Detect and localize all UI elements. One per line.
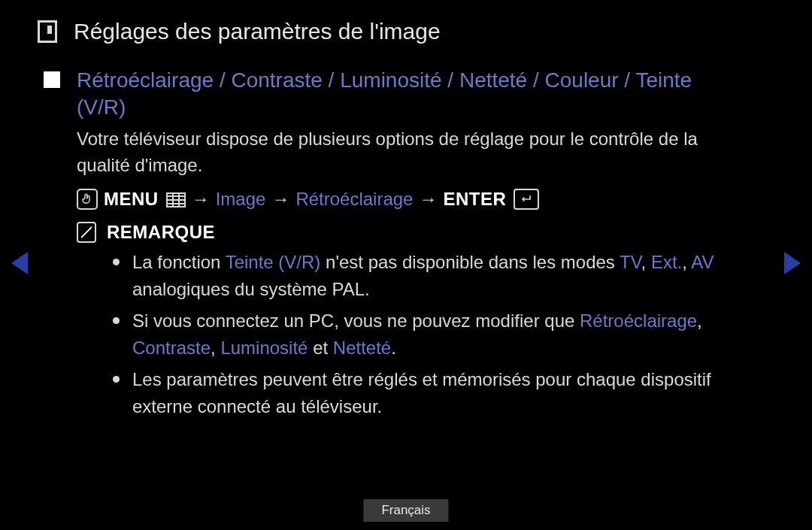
enter-label: ENTER — [443, 189, 506, 210]
manual-page: Réglages des paramètres de l'image Rétro… — [0, 0, 812, 530]
remark-row: REMARQUE — [77, 222, 774, 243]
arrow-sep-icon: → — [271, 189, 289, 210]
remote-hand-icon — [77, 189, 98, 210]
note-highlight: Ext. — [651, 252, 682, 272]
notes-list: La fonction Teinte (V/R) n'est pas dispo… — [110, 249, 774, 420]
section-intro: Votre téléviseur dispose de plusieurs op… — [77, 126, 738, 179]
note-text: , — [697, 310, 702, 331]
section-heading: Rétroéclairage / Contraste / Luminosité … — [77, 67, 738, 122]
note-text: et — [308, 338, 332, 358]
note-text: n'est pas disponible dans les modes — [320, 252, 620, 272]
list-item: La fonction Teinte (V/R) n'est pas dispo… — [110, 249, 744, 303]
note-text: , — [641, 252, 651, 272]
note-text: Si vous connectez un PC, vous ne pouvez … — [132, 310, 580, 331]
square-bullet-icon — [44, 71, 60, 88]
note-highlight: Luminosité — [220, 338, 308, 358]
remark-label: REMARQUE — [107, 222, 215, 243]
section: Rétroéclairage / Contraste / Luminosité … — [44, 67, 774, 420]
note-text: , — [211, 338, 220, 358]
note-highlight: TV — [620, 252, 641, 272]
arrow-sep-icon: → — [419, 189, 437, 210]
note-highlight: Contraste — [132, 338, 211, 358]
note-text: analogiques du système PAL. — [132, 279, 370, 299]
menu-path: MENU → Image → Rétroéclairage → ENTER — [77, 189, 774, 210]
path-step-image: Image — [216, 189, 266, 210]
language-tab[interactable]: Français — [363, 499, 448, 524]
arrow-sep-icon: → — [192, 189, 210, 210]
note-text: , — [682, 252, 691, 272]
note-highlight: AV — [691, 252, 714, 272]
enter-icon — [514, 189, 539, 210]
page-title-row: Réglages des paramètres de l'image — [38, 19, 774, 44]
section-heading-row: Rétroéclairage / Contraste / Luminosité … — [44, 67, 774, 122]
list-item: Si vous connectez un PC, vous ne pouvez … — [110, 307, 744, 362]
menu-grid-icon — [166, 192, 186, 207]
note-text: . — [391, 338, 396, 358]
note-text: La fonction — [132, 252, 226, 272]
list-item: Les paramètres peuvent être réglés et mé… — [110, 366, 744, 420]
note-highlight: Rétroéclairage — [580, 310, 697, 331]
prev-page-arrow[interactable] — [11, 252, 28, 274]
path-step-backlight: Rétroéclairage — [295, 189, 413, 210]
note-highlight: Teinte (V/R) — [226, 252, 321, 272]
note-pencil-icon — [77, 222, 96, 243]
note-highlight: Netteté — [333, 338, 391, 358]
bookmark-icon — [38, 20, 57, 43]
menu-label: MENU — [104, 189, 159, 210]
page-title: Réglages des paramètres de l'image — [74, 19, 441, 44]
note-text: Les paramètres peuvent être réglés et mé… — [132, 369, 711, 416]
next-page-arrow[interactable] — [784, 252, 801, 274]
